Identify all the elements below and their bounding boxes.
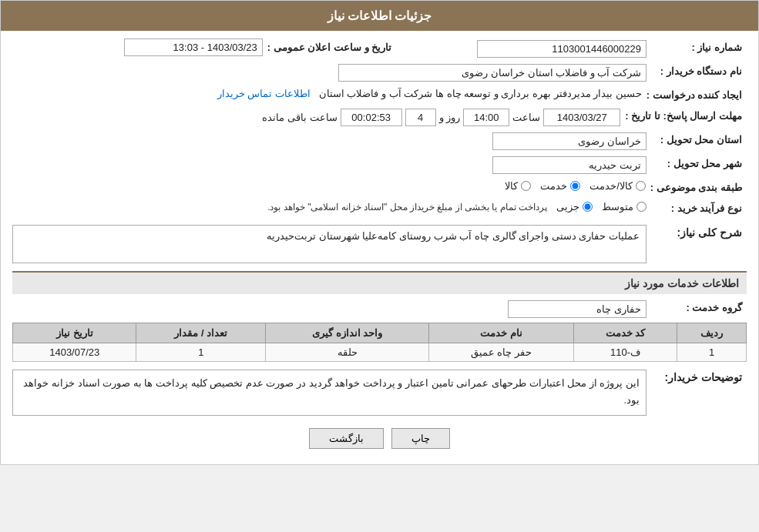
cell-quantity: 1 — [136, 343, 266, 362]
purchase-jozi-label: جزیی — [556, 201, 579, 212]
cell-service-name: حفر چاه عمیق — [428, 343, 573, 362]
response-date-row: مهلت ارسال پاسخ: تا تاریخ : 1403/03/27 س… — [12, 107, 747, 128]
creator-label: ایجاد کننده درخواست : — [642, 86, 747, 104]
category-kala-radio[interactable] — [521, 181, 531, 191]
response-remaining-display: 00:02:53 — [341, 109, 402, 126]
cell-service-code: ف-110 — [573, 343, 677, 362]
buyer-notes-row: توضیحات خریدار: این پروژه از محل اعتبارا… — [12, 368, 747, 417]
col-date: تاریخ نیاز — [13, 323, 136, 343]
city-row: شهر محل تحویل : تربت حیدریه — [12, 155, 747, 176]
purchase-motavaset-label: متوسط — [602, 201, 633, 212]
category-kala-label: کالا — [505, 180, 518, 192]
category-kala-khadamat-option[interactable]: کالا/خدمت — [589, 180, 646, 192]
category-radio-group: کالا/خدمت خدمت کالا — [12, 180, 646, 192]
col-quantity: تعداد / مقدار — [136, 323, 266, 343]
content-area: شماره نیاز : 1103001446000229 تاریخ و سا… — [1, 31, 758, 464]
buyer-org-display: شرکت آب و فاضلاب استان خراسان رضوی — [338, 64, 646, 82]
purchase-motavaset-radio[interactable] — [636, 202, 646, 212]
need-number-display: 1103001446000229 — [477, 40, 646, 58]
city-value: تربت حیدریه — [12, 155, 646, 176]
purchase-type-desc: پرداخت تمام یا بخشی از مبلغ خریداز محل "… — [267, 202, 547, 212]
buttons-row: چاپ بازگشت — [12, 420, 747, 457]
city-display: تربت حیدریه — [492, 156, 646, 174]
category-kala-khadamat-radio[interactable] — [636, 181, 646, 191]
date-announce-display: 1403/03/23 - 13:03 — [124, 38, 263, 56]
city-label: شهر محل تحویل : — [646, 155, 747, 172]
need-number-row: شماره نیاز : 1103001446000229 تاریخ و سا… — [12, 38, 747, 59]
description-value-wrap: عملیات حفاری دستی واجرای گالری چاه آب شر… — [12, 223, 646, 265]
service-group-label: گروه خدمت : — [646, 299, 747, 316]
purchase-type-label: نوع فرآیند خرید : — [646, 199, 747, 217]
services-table-body: 1 ف-110 حفر چاه عمیق حلقه 1 1403/07/23 — [13, 343, 747, 362]
description-label: شرح کلی نیاز: — [646, 223, 747, 242]
services-section-title: اطلاعات خدمات مورد نیاز — [12, 271, 747, 294]
purchase-type-row: نوع فرآیند خرید : متوسط جزیی پرداخت تمام… — [12, 199, 747, 217]
response-date-value-wrap: 1403/03/27 ساعت 14:00 روز و 4 00:02:53 س… — [12, 107, 620, 128]
page-title: جزئیات اطلاعات نیاز — [327, 9, 432, 22]
date-announce-value-wrap: 1403/03/23 - 13:03 — [12, 38, 263, 56]
category-value: کالا/خدمت خدمت کالا — [12, 179, 646, 193]
response-date-display: 1403/03/27 — [543, 109, 620, 126]
services-table: ردیف کد خدمت نام خدمت واحد اندازه گیری ت… — [12, 323, 747, 362]
creator-link[interactable]: اطلاعات تماس خریدار — [217, 88, 311, 99]
category-row: طبقه بندی موضوعی : کالا/خدمت خدمت کالا — [12, 179, 747, 196]
service-group-value: حفاری چاه — [12, 299, 646, 320]
col-unit: واحد اندازه گیری — [266, 323, 429, 343]
buyer-org-value: شرکت آب و فاضلاب استان خراسان رضوی — [12, 62, 646, 83]
page-header: جزئیات اطلاعات نیاز — [1, 1, 758, 31]
creator-row: ایجاد کننده درخواست : حسین بیدار مدیردفت… — [12, 86, 747, 104]
category-kala-option[interactable]: کالا — [505, 180, 531, 192]
need-number-label: شماره نیاز : — [646, 38, 747, 56]
response-date-label: مهلت ارسال پاسخ: تا تاریخ : — [620, 107, 747, 125]
main-container: جزئیات اطلاعات نیاز شماره نیاز : 1103001… — [0, 0, 759, 465]
table-row: 1 ف-110 حفر چاه عمیق حلقه 1 1403/07/23 — [13, 343, 747, 362]
province-value: خراسان رضوی — [12, 131, 646, 152]
hours-label: ساعت — [512, 112, 540, 123]
cell-date: 1403/07/23 — [13, 343, 136, 362]
purchase-type-radio-group: متوسط جزیی پرداخت تمام یا بخشی از مبلغ خ… — [12, 201, 646, 212]
col-service-name: نام خدمت — [428, 323, 573, 343]
province-row: استان محل تحویل : خراسان رضوی — [12, 131, 747, 152]
back-button[interactable]: بازگشت — [309, 428, 384, 449]
buyer-org-label: نام دستگاه خریدار : — [646, 62, 747, 80]
purchase-jozi-option[interactable]: جزیی — [556, 201, 593, 212]
category-khadamat-label: خدمت — [540, 180, 567, 192]
province-label: استان محل تحویل : — [646, 131, 747, 149]
category-kala-khadamat-label: کالا/خدمت — [589, 180, 633, 192]
services-table-header-row: ردیف کد خدمت نام خدمت واحد اندازه گیری ت… — [13, 323, 747, 343]
category-label: طبقه بندی موضوعی : — [646, 179, 747, 196]
remaining-label: ساعت باقی مانده — [262, 112, 337, 123]
purchase-type-value: متوسط جزیی پرداخت تمام یا بخشی از مبلغ خ… — [12, 199, 646, 214]
creator-text: حسین بیدار مدیردفتر بهره برداری و توسعه … — [319, 88, 642, 99]
response-days-display: 4 — [405, 109, 436, 126]
buyer-notes-value-wrap: این پروژه از محل اعتبارات طرحهای عمرانی … — [12, 368, 646, 417]
print-button[interactable]: چاپ — [391, 428, 450, 449]
days-label: روز و — [439, 112, 461, 123]
need-number-value: 1103001446000229 — [396, 38, 646, 59]
description-row: شرح کلی نیاز: عملیات حفاری دستی واجرای گ… — [12, 223, 747, 265]
category-khadamat-radio[interactable] — [570, 181, 580, 191]
response-date-time-row: 1403/03/27 ساعت 14:00 روز و 4 00:02:53 س… — [12, 109, 620, 126]
province-display: خراسان رضوی — [492, 132, 646, 150]
buyer-notes-label: توضیحات خریدار: — [646, 368, 747, 386]
services-table-header: ردیف کد خدمت نام خدمت واحد اندازه گیری ت… — [13, 323, 747, 343]
category-khadamat-option[interactable]: خدمت — [540, 180, 580, 192]
buyer-notes-box: این پروژه از محل اعتبارات طرحهای عمرانی … — [12, 370, 646, 416]
service-group-row: گروه خدمت : حفاری چاه — [12, 299, 747, 320]
service-group-display: حفاری چاه — [508, 300, 646, 318]
cell-unit: حلقه — [266, 343, 429, 362]
response-time-display: 14:00 — [463, 109, 509, 126]
col-service-code: کد خدمت — [573, 323, 677, 343]
buyer-org-row: نام دستگاه خریدار : شرکت آب و فاضلاب است… — [12, 62, 747, 83]
creator-value: حسین بیدار مدیردفتر بهره برداری و توسعه … — [12, 86, 642, 101]
purchase-jozi-radio[interactable] — [583, 202, 593, 212]
description-box: عملیات حفاری دستی واجرای گالری چاه آب شر… — [12, 225, 646, 263]
date-announce-label: تاریخ و ساعت اعلان عمومی : — [263, 38, 396, 56]
cell-row-num: 1 — [677, 343, 747, 362]
col-row-num: ردیف — [677, 323, 747, 343]
purchase-motavaset-option[interactable]: متوسط — [602, 201, 646, 212]
